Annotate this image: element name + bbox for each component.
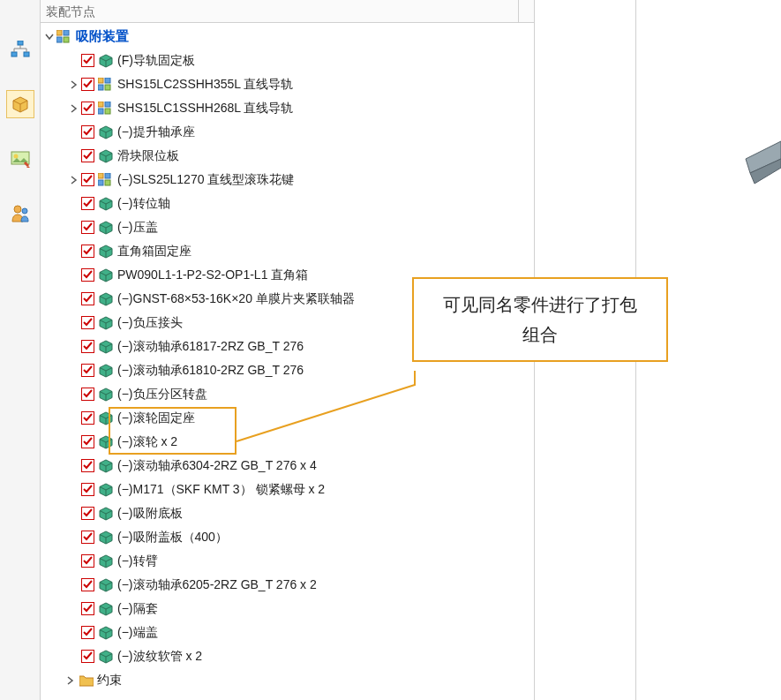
visibility-checkbox[interactable] (81, 411, 94, 425)
part-icon (98, 530, 114, 546)
tree-constraints[interactable]: 约束 (41, 668, 534, 692)
expand-icon[interactable] (67, 102, 81, 116)
tree-item-label: (F)导轨固定板 (117, 53, 195, 69)
svg-rect-21 (105, 173, 110, 178)
visibility-checkbox[interactable] (81, 531, 94, 544)
callout-text-2: 组合 (430, 320, 650, 350)
panel-header: 装配节点 (41, 0, 534, 23)
tree-item-label: (−)M171（SKF KMT 3） 锁紧螺母 x 2 (117, 482, 325, 498)
visibility-checkbox[interactable] (81, 292, 94, 305)
visibility-checkbox[interactable] (81, 316, 94, 329)
tree-item-label: (−)波纹软管 x 2 (117, 649, 202, 665)
callout-box: 可见同名零件进行了打包 组合 (412, 277, 668, 362)
visibility-checkbox[interactable] (81, 245, 94, 258)
expand-icon[interactable] (64, 674, 78, 688)
tree-item-label: (−)提升轴承座 (117, 124, 195, 140)
tree-item-label: (−)SLS25L1270 直线型滚珠花键 (117, 172, 294, 188)
svg-rect-14 (98, 85, 103, 90)
svg-rect-15 (105, 85, 110, 90)
visibility-checkbox[interactable] (81, 340, 94, 353)
tree-item[interactable]: (−)滚动轴承61810-2RZ GB_T 276 (41, 358, 534, 382)
tree-item[interactable]: (−)滚轮 x 2 (41, 430, 534, 454)
svg-rect-12 (98, 78, 103, 83)
tree-item[interactable]: (−)压盖 (41, 215, 534, 239)
visibility-checkbox[interactable] (81, 54, 94, 67)
tree-item[interactable]: SHS15LC2SSHH355L 直线导轨 (41, 72, 534, 96)
tree-item[interactable]: (−)转臂 (41, 549, 534, 573)
visibility-checkbox[interactable] (81, 268, 94, 282)
visibility-checkbox[interactable] (81, 149, 94, 162)
part-icon (98, 410, 114, 426)
svg-rect-20 (98, 173, 103, 178)
tree-item[interactable]: (−)滚动轴承6304-2RZ GB_T 276 x 4 (41, 454, 534, 478)
svg-rect-22 (98, 180, 103, 185)
tree-item[interactable]: (−)端盖 (41, 621, 534, 644)
visibility-checkbox[interactable] (81, 435, 94, 448)
svg-rect-9 (64, 30, 69, 35)
tree-item[interactable]: (−)SLS25L1270 直线型滚珠花键 (41, 168, 534, 192)
box-view-button[interactable] (6, 90, 34, 118)
hierarchy-view-button[interactable] (6, 35, 34, 64)
image-view-button[interactable] (6, 145, 34, 173)
tree-item-label: (−)负压分区转盘 (117, 387, 207, 403)
visibility-checkbox[interactable] (81, 507, 94, 520)
part-icon (98, 434, 114, 450)
visibility-checkbox[interactable] (81, 554, 94, 568)
tree-item[interactable]: (−)提升轴承座 (41, 120, 534, 144)
tree-item[interactable]: (−)隔套 (41, 597, 534, 621)
svg-rect-18 (98, 109, 103, 114)
tree-item[interactable]: 直角箱固定座 (41, 239, 534, 263)
tree-item-label: (−)吸附底板 (117, 506, 183, 522)
tree-item[interactable]: 滑块限位板 (41, 144, 534, 168)
visibility-checkbox[interactable] (81, 483, 94, 496)
visibility-checkbox[interactable] (81, 626, 94, 639)
part-icon (98, 220, 114, 236)
visibility-checkbox[interactable] (81, 459, 94, 472)
tree-item[interactable]: (−)负压分区转盘 (41, 382, 534, 406)
tree-item[interactable]: (−)滚轮固定座 (41, 406, 534, 430)
tree-item[interactable]: (−)滚动轴承6205-2RZ GB_T 276 x 2 (41, 573, 534, 597)
tree-item-label: (−)滚轮固定座 (117, 410, 195, 426)
part-icon (98, 482, 114, 498)
tree-item-label: 直角箱固定座 (117, 244, 191, 260)
tree-item-label: (−)滚轮 x 2 (117, 434, 177, 450)
tree-item-label: 滑块限位板 (117, 148, 179, 164)
expand-icon[interactable] (67, 173, 81, 187)
visibility-checkbox[interactable] (81, 125, 94, 139)
part-icon (98, 577, 114, 593)
callout-text-1: 可见同名零件进行了打包 (430, 290, 650, 320)
expand-icon[interactable] (42, 30, 56, 44)
visibility-checkbox[interactable] (81, 78, 94, 91)
tree-item[interactable]: (−)波纹软管 x 2 (41, 644, 534, 668)
part-icon (98, 196, 114, 212)
visibility-checkbox[interactable] (81, 173, 94, 186)
visibility-checkbox[interactable] (81, 197, 94, 210)
tree-item-label: (−)转位轴 (117, 196, 170, 212)
user-button[interactable] (6, 199, 34, 228)
tree-item[interactable]: (−)吸附底板 (41, 501, 534, 525)
root-label: 吸附装置 (76, 28, 129, 45)
tree-item[interactable]: (F)导轨固定板 (41, 49, 534, 72)
visibility-checkbox[interactable] (81, 602, 94, 615)
tree-item[interactable]: (−)M171（SKF KMT 3） 锁紧螺母 x 2 (41, 478, 534, 501)
tree-item[interactable]: SHS15LC1SSHH268L 直线导轨 (41, 96, 534, 120)
tree-item-label: SHS15LC2SSHH355L 直线导轨 (117, 77, 293, 93)
visibility-checkbox[interactable] (81, 364, 94, 377)
tree-item-label: (−)滚动轴承61817-2RZ GB_T 276 (117, 339, 304, 355)
visibility-checkbox[interactable] (81, 578, 94, 591)
tree-item[interactable]: (−)吸附盖板（400） (41, 525, 534, 549)
column-divider[interactable] (518, 0, 534, 23)
tree-item-label: (−)GNST-68×53-16K×20 单膜片夹紧联轴器 (117, 291, 355, 307)
tree-item-label: (−)滚动轴承61810-2RZ GB_T 276 (117, 363, 304, 379)
svg-rect-10 (56, 37, 62, 42)
visibility-checkbox[interactable] (81, 388, 94, 401)
model-shape (728, 132, 781, 203)
expand-icon[interactable] (67, 78, 81, 92)
tree-item[interactable]: (−)转位轴 (41, 192, 534, 215)
part-icon (98, 315, 114, 331)
part-icon (98, 53, 114, 69)
visibility-checkbox[interactable] (81, 650, 94, 663)
visibility-checkbox[interactable] (81, 221, 94, 234)
tree-root[interactable]: 吸附装置 (41, 25, 534, 49)
visibility-checkbox[interactable] (81, 102, 94, 115)
